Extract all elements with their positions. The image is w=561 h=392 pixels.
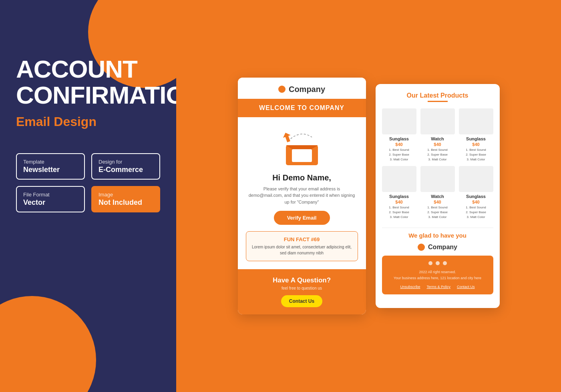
image-value: Not Included bbox=[99, 198, 153, 207]
terms-policy-link[interactable]: Terms & Policy bbox=[426, 285, 450, 289]
product-card-6: Sunglass $40 1. Best Sound2. Super Base3… bbox=[459, 166, 493, 220]
footer-links: Unsubscribe Terms & Policy Contact Us bbox=[388, 285, 488, 289]
glad-section: We glad to have you Company 2022 All rig… bbox=[382, 228, 493, 300]
fun-fact-box: FUN FACT #69 Lorem ipsum dolor sit amet,… bbox=[246, 231, 358, 261]
products-title: Our Latest Products bbox=[382, 92, 493, 99]
product-features-2: 1. Best Sound2. Super Base3. Matt Color bbox=[420, 148, 455, 162]
footer-logo: Company bbox=[382, 244, 493, 251]
products-underline bbox=[428, 101, 448, 102]
product-price-5: $40 bbox=[420, 200, 455, 204]
info-card-format: File Format Vector bbox=[16, 186, 85, 212]
info-cards: Template Newsletter Design for E-Commerc… bbox=[16, 153, 160, 212]
product-name-3: Sunglass bbox=[459, 136, 493, 141]
svg-marker-0 bbox=[282, 131, 292, 143]
company-logo: Company bbox=[246, 85, 358, 94]
footer-logo-dot bbox=[418, 244, 425, 251]
footer-dot-3 bbox=[443, 261, 447, 265]
email-illustration bbox=[246, 129, 358, 167]
product-price-3: $40 bbox=[459, 142, 493, 147]
contact-us-link[interactable]: Contact Us bbox=[457, 285, 475, 289]
product-image-2 bbox=[420, 108, 455, 134]
welcome-banner: WELCOME TO COMPANY bbox=[238, 99, 366, 117]
footer-address: 2022 All right reserved. Your business a… bbox=[388, 269, 488, 281]
product-image-4 bbox=[382, 166, 416, 192]
product-features-4: 1. Best Sound2. Super Base3. Matt Color bbox=[382, 205, 416, 220]
footer-dots bbox=[388, 261, 488, 265]
verify-email-button[interactable]: Verify Email bbox=[274, 211, 330, 225]
question-title: Have A Question? bbox=[246, 276, 358, 284]
product-features-1: 1. Best Sound2. Super Base3. Matt Color bbox=[382, 148, 416, 162]
product-image-1 bbox=[382, 108, 416, 134]
design-label: Design for bbox=[99, 159, 153, 165]
product-image-5 bbox=[420, 166, 455, 192]
info-card-image: Image Not Included bbox=[91, 186, 160, 212]
email-preview-center: Company WELCOME TO COMPANY bbox=[238, 78, 366, 315]
contact-us-button[interactable]: Contact Us bbox=[281, 295, 322, 307]
product-name-2: Watch bbox=[420, 136, 455, 141]
product-image-3 bbox=[459, 108, 493, 134]
product-name-4: Sunglass bbox=[382, 194, 416, 199]
main-title: ACCOUNT CONFIRMATION bbox=[16, 56, 160, 108]
svg-rect-3 bbox=[292, 149, 312, 162]
product-features-6: 1. Best Sound2. Super Base3. Matt Color bbox=[459, 205, 493, 220]
image-label: Image bbox=[99, 192, 153, 198]
company-name: Company bbox=[289, 85, 325, 94]
blob-bottom bbox=[0, 296, 96, 392]
product-name-5: Watch bbox=[420, 194, 455, 199]
product-card-4: Sunglass $40 1. Best Sound2. Super Base3… bbox=[382, 166, 416, 220]
fun-fact-title: FUN FACT #69 bbox=[251, 236, 353, 242]
info-card-design: Design for E-Commerce bbox=[91, 153, 160, 180]
product-price-6: $40 bbox=[459, 200, 493, 204]
envelope-svg bbox=[280, 129, 324, 165]
footer-address-line1: 2022 All right reserved. bbox=[419, 270, 456, 274]
product-name-1: Sunglass bbox=[382, 136, 416, 141]
product-name-6: Sunglass bbox=[459, 194, 493, 199]
product-image-6 bbox=[459, 166, 493, 192]
verify-text: Please verify that your email address is… bbox=[246, 186, 358, 206]
question-sub: feel free to question us bbox=[246, 286, 358, 290]
left-panel: ACCOUNT CONFIRMATION Email Design Templa… bbox=[0, 0, 176, 392]
greeting: Hi Demo Name, bbox=[246, 173, 358, 182]
email-body: Hi Demo Name, Please verify that your em… bbox=[238, 117, 366, 270]
footer-company-name: Company bbox=[428, 244, 457, 251]
product-features-5: 1. Best Sound2. Super Base3. Matt Color bbox=[420, 205, 455, 220]
title-line2: CONFIRMATION bbox=[16, 81, 176, 109]
right-section: Company WELCOME TO COMPANY bbox=[176, 0, 561, 392]
product-features-3: 1. Best Sound2. Super Base3. Matt Color bbox=[459, 148, 493, 162]
template-value: Newsletter bbox=[23, 166, 78, 174]
format-value: Vector bbox=[23, 198, 78, 207]
product-price-2: $40 bbox=[420, 142, 455, 147]
product-card-5: Watch $40 1. Best Sound2. Super Base3. M… bbox=[420, 166, 455, 220]
product-price-1: $40 bbox=[382, 142, 416, 147]
email-preview-right: Our Latest Products Sunglass $40 1. Best… bbox=[376, 84, 500, 308]
title-line1: ACCOUNT bbox=[16, 55, 137, 83]
footer-address-line2: Your business address here, 121 location… bbox=[394, 276, 481, 280]
template-label: Template bbox=[23, 159, 78, 165]
glad-title: We glad to have you bbox=[382, 232, 493, 239]
product-price-4: $40 bbox=[382, 200, 416, 204]
product-card-2: Watch $40 1. Best Sound2. Super Base3. M… bbox=[420, 108, 455, 162]
format-label: File Format bbox=[23, 192, 78, 198]
email-header: Company bbox=[238, 78, 366, 99]
question-section: Have A Question? feel free to question u… bbox=[238, 269, 366, 314]
unsubscribe-link[interactable]: Unsubscribe bbox=[400, 285, 420, 289]
product-card-3: Sunglass $40 1. Best Sound2. Super Base3… bbox=[459, 108, 493, 162]
design-value: E-Commerce bbox=[99, 166, 153, 174]
subtitle: Email Design bbox=[16, 114, 160, 129]
products-grid: Sunglass $40 1. Best Sound2. Super Base3… bbox=[382, 108, 493, 220]
footer-dot-2 bbox=[436, 261, 440, 265]
fun-fact-text: Lorem ipsum dolor sit amet, consectetuer… bbox=[251, 244, 353, 256]
product-card-1: Sunglass $40 1. Best Sound2. Super Base3… bbox=[382, 108, 416, 162]
info-card-template: Template Newsletter bbox=[16, 153, 85, 180]
footer-dot-1 bbox=[428, 261, 432, 265]
logo-dot bbox=[278, 86, 286, 93]
footer-orange-box: 2022 All right reserved. Your business a… bbox=[382, 256, 493, 294]
